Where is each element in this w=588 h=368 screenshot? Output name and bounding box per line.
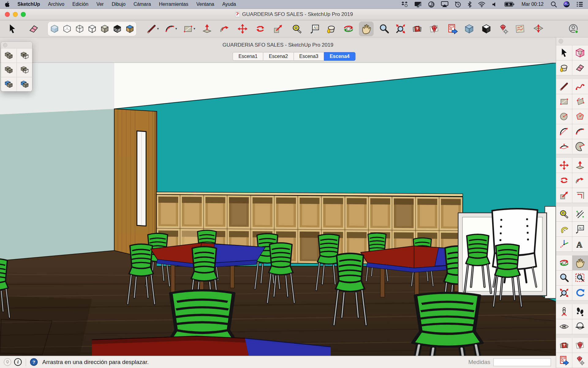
extension-warehouse-button[interactable] bbox=[496, 21, 511, 36]
bluetooth-icon[interactable] bbox=[468, 1, 472, 8]
battery-charging-icon[interactable] bbox=[504, 2, 514, 7]
hidden-line-style-button[interactable] bbox=[86, 22, 98, 36]
tool-arc[interactable] bbox=[556, 124, 572, 139]
tool-outer-shell[interactable] bbox=[1, 48, 17, 63]
tool-position-camera[interactable] bbox=[556, 304, 572, 319]
3d-warehouse-button[interactable] bbox=[410, 21, 424, 36]
account-avatar-button[interactable] bbox=[566, 21, 581, 36]
volume-icon[interactable] bbox=[492, 2, 498, 7]
tool-line[interactable] bbox=[556, 79, 572, 94]
airplay-icon[interactable] bbox=[441, 1, 448, 7]
tool-3-point-arc[interactable] bbox=[556, 139, 572, 154]
select-tool-button[interactable] bbox=[5, 21, 20, 36]
tool-circle[interactable] bbox=[556, 109, 572, 124]
send-to-layout-button[interactable] bbox=[445, 21, 460, 36]
tool-paint-bucket[interactable] bbox=[556, 60, 572, 75]
menu-dibujo[interactable]: Dibujo bbox=[112, 2, 126, 7]
zoom-extents-tool-button[interactable] bbox=[393, 21, 408, 36]
scene-chair-foreground-right[interactable] bbox=[409, 293, 485, 356]
rectangle-tool-button[interactable] bbox=[181, 21, 195, 36]
tab-escena2[interactable]: Escena2 bbox=[263, 52, 294, 61]
tool-scale[interactable] bbox=[556, 188, 572, 203]
credits-icon[interactable]: i bbox=[14, 358, 22, 366]
tool-freehand[interactable] bbox=[572, 79, 588, 94]
pan-tool-button[interactable] bbox=[359, 21, 374, 36]
app-swirl-icon[interactable] bbox=[428, 1, 435, 8]
textured-style-button[interactable] bbox=[123, 22, 136, 36]
spotlight-search-icon[interactable] bbox=[551, 1, 557, 7]
tool-eraser[interactable] bbox=[572, 60, 588, 75]
follow-me-tool-button[interactable] bbox=[217, 21, 232, 36]
tape-measure-tool-button[interactable] bbox=[290, 21, 304, 36]
shadows-button[interactable] bbox=[479, 21, 494, 36]
paint-bucket-tool-button[interactable] bbox=[324, 21, 339, 36]
sidebar-close-button[interactable] bbox=[559, 39, 563, 44]
tool-subtract[interactable] bbox=[17, 63, 32, 77]
time-machine-icon[interactable] bbox=[455, 1, 461, 8]
tool-pan[interactable] bbox=[572, 255, 588, 270]
text-tool-button[interactable] bbox=[307, 21, 322, 36]
menu-ver[interactable]: Ver bbox=[96, 2, 104, 7]
tool-intersect[interactable] bbox=[17, 48, 32, 63]
tool-extension-warehouse[interactable] bbox=[572, 353, 588, 368]
tool-protractor[interactable] bbox=[556, 222, 572, 236]
solid-tools-palette-titlebar[interactable] bbox=[1, 42, 32, 48]
section-plane-button[interactable] bbox=[462, 21, 477, 36]
menu-edicion[interactable]: Edición bbox=[72, 2, 88, 7]
wireframe-style-button[interactable] bbox=[73, 22, 86, 36]
menubar-clock[interactable]: Mar 00:12 bbox=[522, 2, 544, 7]
large-tool-set-titlebar[interactable] bbox=[556, 37, 588, 45]
menu-ventana[interactable]: Ventana bbox=[196, 2, 214, 7]
arc-tool-caret[interactable]: ▾ bbox=[175, 27, 177, 31]
model-viewport[interactable] bbox=[0, 63, 556, 356]
menu-camara[interactable]: Cámara bbox=[134, 2, 151, 7]
tool-2-point-arc[interactable] bbox=[572, 124, 588, 139]
apple-logo-icon[interactable] bbox=[5, 1, 11, 8]
tool-offset[interactable] bbox=[572, 188, 588, 203]
tab-escena4[interactable]: Escena4 bbox=[324, 52, 355, 61]
tool-look-around[interactable] bbox=[556, 319, 572, 334]
tool-share-model[interactable] bbox=[572, 338, 588, 353]
tool-3d-warehouse[interactable] bbox=[556, 338, 572, 353]
tab-escena3[interactable]: Escena3 bbox=[293, 52, 324, 61]
tool-3d-text[interactable] bbox=[572, 237, 588, 251]
xray-style-button[interactable] bbox=[48, 22, 61, 36]
menu-archivo[interactable]: Archivo bbox=[48, 2, 64, 7]
tab-escena1[interactable]: Escena1 bbox=[233, 52, 263, 61]
tool-orbit[interactable] bbox=[556, 255, 572, 270]
sandbox-tool-button[interactable] bbox=[513, 21, 527, 36]
tool-text[interactable] bbox=[572, 222, 588, 236]
tool-select[interactable] bbox=[556, 45, 572, 60]
menubar-app-name[interactable]: SketchUp bbox=[17, 2, 40, 7]
smoove-tool-button[interactable] bbox=[531, 21, 546, 36]
siri-icon[interactable] bbox=[563, 1, 570, 8]
geolocation-icon[interactable] bbox=[4, 358, 11, 366]
tool-polygon[interactable] bbox=[572, 109, 588, 124]
tool-rotate[interactable] bbox=[556, 173, 572, 188]
tool-make-component[interactable] bbox=[572, 45, 588, 60]
share-model-button[interactable] bbox=[427, 21, 442, 36]
shaded-style-button[interactable] bbox=[98, 22, 111, 36]
line-tool-button[interactable] bbox=[144, 21, 159, 36]
orbit-tool-button[interactable] bbox=[341, 21, 356, 36]
palette-close-button[interactable] bbox=[3, 43, 7, 47]
tool-push-pull[interactable] bbox=[572, 158, 588, 173]
tool-tape-measure[interactable] bbox=[556, 207, 572, 221]
tool-send-to-layout[interactable] bbox=[556, 353, 572, 368]
tool-trim[interactable] bbox=[1, 77, 17, 91]
rotate-tool-button[interactable] bbox=[253, 21, 268, 36]
tool-walk[interactable] bbox=[572, 304, 588, 319]
zoom-tool-button[interactable] bbox=[377, 21, 391, 36]
eraser-tool-button[interactable] bbox=[26, 21, 41, 36]
back-edges-style-button[interactable] bbox=[61, 22, 73, 36]
rectangle-tool-caret[interactable]: ▾ bbox=[194, 27, 195, 31]
tool-follow-me[interactable] bbox=[572, 173, 588, 188]
tool-axes[interactable] bbox=[556, 237, 572, 251]
monochrome-style-button[interactable] bbox=[111, 22, 123, 36]
line-tool-caret[interactable]: ▾ bbox=[157, 27, 159, 31]
scale-tool-button[interactable] bbox=[271, 21, 285, 36]
tool-pie[interactable] bbox=[572, 139, 588, 154]
tool-previous-view[interactable] bbox=[572, 286, 588, 300]
tool-dimensions[interactable] bbox=[572, 207, 588, 221]
close-window-button[interactable] bbox=[5, 12, 10, 17]
